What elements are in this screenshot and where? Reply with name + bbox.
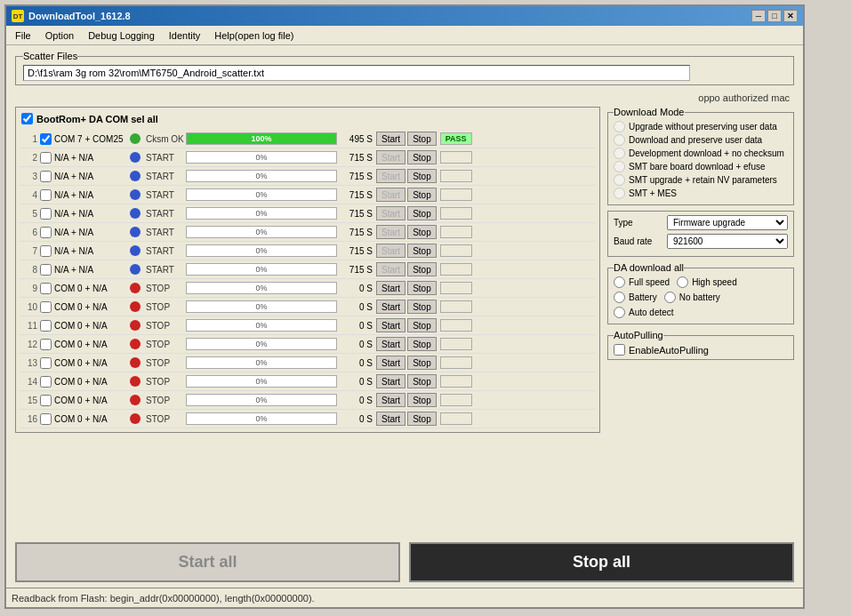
port-row-9: 9 COM 0 + N/A STOP 0% 0 S Start Stop (20, 279, 596, 298)
scatter-legend: Scatter Files (23, 51, 77, 61)
scatter-group: Scatter Files D:\f1s\ram 3g rom 32\rom\M… (15, 51, 794, 85)
port-time-9: 0 S (341, 284, 373, 293)
battery-radio[interactable] (614, 292, 625, 303)
start-button-16[interactable]: Start (376, 412, 405, 426)
maximize-button[interactable]: □ (767, 10, 782, 22)
port-checkbox-3[interactable] (40, 171, 52, 182)
start-button-4[interactable]: Start (376, 188, 405, 202)
stop-button-7[interactable]: Stop (407, 244, 437, 258)
stop-all-button[interactable]: Stop all (409, 542, 794, 582)
mode-radio-4[interactable] (614, 174, 625, 186)
stop-button-14[interactable]: Stop (407, 374, 437, 388)
no-battery-radio[interactable] (664, 292, 676, 303)
port-checkbox-10[interactable] (40, 301, 52, 313)
menu-debug-logging[interactable]: Debug Logging (81, 28, 162, 43)
start-button-1[interactable]: Start (376, 132, 405, 146)
start-all-button[interactable]: Start all (15, 542, 400, 582)
stop-button-13[interactable]: Stop (407, 356, 437, 370)
enable-auto-pulling-checkbox[interactable] (614, 344, 625, 356)
start-button-2[interactable]: Start (376, 150, 405, 164)
mode-row-1: Download and preserve user data (614, 134, 788, 146)
port-row-12: 12 COM 0 + N/A STOP 0% 0 S Start Stop (20, 335, 596, 354)
port-checkbox-12[interactable] (40, 339, 52, 350)
type-select[interactable]: Firmware upgrade (667, 215, 788, 230)
mode-radio-2[interactable] (614, 148, 625, 159)
pass-badge-8 (440, 263, 472, 276)
start-button-10[interactable]: Start (376, 300, 405, 314)
stop-button-12[interactable]: Stop (407, 337, 437, 351)
port-checkbox-4[interactable] (40, 189, 52, 201)
stop-button-9[interactable]: Stop (407, 281, 437, 295)
port-checkbox-11[interactable] (40, 320, 52, 332)
port-status-11: STOP (146, 321, 186, 331)
mode-label-2: Development download + no checksum (629, 148, 784, 158)
start-button-9[interactable]: Start (376, 281, 405, 295)
port-checkbox-8[interactable] (40, 264, 52, 276)
port-checkbox-9[interactable] (40, 283, 52, 294)
mode-radio-5[interactable] (614, 188, 625, 199)
mode-radio-0[interactable] (614, 121, 625, 132)
start-button-15[interactable]: Start (376, 393, 405, 407)
port-dot-8 (130, 264, 140, 275)
no-battery-label: No battery (679, 292, 720, 302)
start-button-3[interactable]: Start (376, 169, 405, 183)
stop-button-2[interactable]: Stop (407, 150, 437, 164)
select-all-checkbox[interactable] (21, 113, 33, 124)
start-button-11[interactable]: Start (376, 318, 405, 332)
auto-detect-radio[interactable] (614, 307, 625, 318)
high-speed-row: High speed (677, 276, 737, 288)
start-button-7[interactable]: Start (376, 244, 405, 258)
port-checkbox-15[interactable] (40, 395, 52, 406)
port-checkbox-1[interactable] (40, 133, 52, 145)
stop-button-16[interactable]: Stop (407, 412, 437, 426)
menu-option[interactable]: Option (38, 28, 81, 43)
minimize-button[interactable]: ─ (751, 10, 766, 22)
menu-bar: File Option Debug Logging Identity Help(… (6, 26, 803, 45)
port-checkbox-5[interactable] (40, 208, 52, 220)
stop-button-10[interactable]: Stop (407, 300, 437, 314)
port-checkbox-6[interactable] (40, 227, 52, 238)
start-button-8[interactable]: Start (376, 262, 405, 276)
port-checkbox-2[interactable] (40, 152, 52, 164)
menu-file[interactable]: File (8, 28, 38, 43)
menu-help[interactable]: Help(open log file) (207, 28, 301, 43)
stop-button-4[interactable]: Stop (407, 188, 437, 202)
stop-button-3[interactable]: Stop (407, 169, 437, 183)
port-checkbox-14[interactable] (40, 376, 52, 388)
stop-button-6[interactable]: Stop (407, 225, 437, 239)
port-checkbox-13[interactable] (40, 357, 52, 369)
progress-bar-12: 0% (186, 338, 337, 350)
stop-button-8[interactable]: Stop (407, 262, 437, 276)
high-speed-radio[interactable] (677, 276, 688, 288)
start-button-5[interactable]: Start (376, 206, 405, 220)
start-button-6[interactable]: Start (376, 225, 405, 239)
close-button[interactable]: ✕ (783, 10, 798, 22)
status-bar: Readback from Flash: begin_addr(0x000000… (6, 588, 803, 607)
start-button-13[interactable]: Start (376, 356, 405, 370)
stop-button-15[interactable]: Stop (407, 393, 437, 407)
menu-identity[interactable]: Identity (162, 28, 207, 43)
port-time-14: 0 S (341, 377, 373, 387)
port-time-4: 715 S (341, 190, 373, 200)
start-button-14[interactable]: Start (376, 374, 405, 388)
pass-badge-2 (440, 151, 472, 164)
full-speed-radio[interactable] (614, 276, 625, 288)
app-icon: DT (12, 10, 24, 22)
port-checkbox-7[interactable] (40, 245, 52, 257)
main-area: BootRom+ DA COM sel all 1 COM 7 + COM25 … (15, 107, 794, 433)
stop-button-5[interactable]: Stop (407, 206, 437, 220)
port-checkbox-16[interactable] (40, 413, 52, 425)
mode-radio-1[interactable] (614, 134, 625, 146)
port-num-12: 12 (20, 340, 37, 349)
auto-detect-label: Auto detect (629, 308, 674, 317)
progress-bar-8: 0% (186, 263, 337, 276)
port-num-5: 5 (20, 209, 37, 219)
port-num-7: 7 (20, 246, 37, 256)
high-speed-label: High speed (692, 277, 737, 287)
stop-button-11[interactable]: Stop (407, 318, 437, 332)
start-button-12[interactable]: Start (376, 337, 405, 351)
stop-button-1[interactable]: Stop (407, 132, 437, 146)
baud-select[interactable]: 921600 (667, 234, 788, 249)
port-status-10: STOP (146, 302, 186, 312)
mode-radio-3[interactable] (614, 161, 625, 172)
